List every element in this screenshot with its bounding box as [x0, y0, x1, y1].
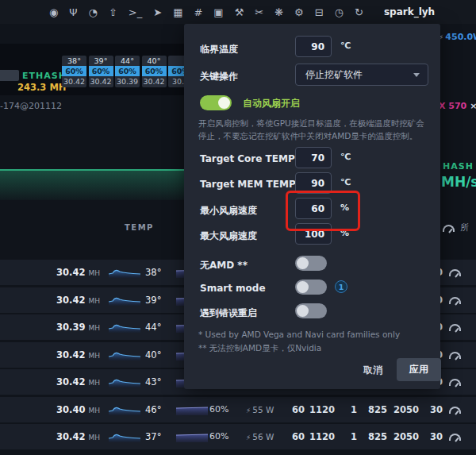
gpu-card-fan: 60% — [142, 66, 167, 76]
row-power: ⚡56 W — [246, 424, 274, 450]
autofan-toggle[interactable] — [200, 95, 232, 110]
no-amd-toggle[interactable] — [295, 256, 327, 271]
min-fan-speed-input[interactable] — [295, 198, 332, 219]
rocket-icon[interactable]: ➤ — [153, 7, 162, 17]
gpu-card-fan: 60% — [62, 66, 86, 76]
hashrate-sparkline — [109, 267, 140, 278]
autofan-settings-modal: 临界温度 ℃ 关键操作 停止挖矿软件 自动风扇开启 开启风扇控制，将使GPU接近… — [184, 24, 440, 389]
row-mem-load: 1120 — [309, 397, 333, 422]
upload-icon[interactable]: ⇧ — [109, 7, 117, 17]
topbar: ◉ Ψ ◔ ⇧ >_ ➤ ▦ # ▣ ⚒ ✂ ❋ ⚙ ⊟ ◷ ↻ spark_l… — [0, 0, 476, 24]
hammer-icon[interactable]: ⚒ — [235, 7, 244, 17]
row-power: ⚡55 W — [246, 397, 274, 423]
row-fan-percent: 60% — [209, 397, 228, 422]
minimize-icon[interactable]: ⊟ — [315, 7, 324, 17]
tools-icon[interactable]: ✂ — [255, 7, 263, 17]
action-select[interactable]: 停止挖矿软件 — [295, 64, 428, 86]
row-val6: 30 — [427, 424, 443, 449]
restart-on-error-label: 遇到错误重启 — [200, 307, 257, 320]
power-icon[interactable]: ◉ — [49, 7, 58, 17]
info-badge[interactable]: 1 — [335, 280, 347, 293]
gpu-card[interactable]: 39° 60% 30.42 — [89, 56, 113, 87]
row-mem-clock: 2050 — [392, 424, 419, 449]
hashrate-icon[interactable]: # — [194, 7, 202, 17]
timer-icon[interactable]: ◷ — [335, 7, 344, 17]
gpu-card-rate: 30.42 — [62, 76, 86, 87]
action-select-value: 停止挖矿软件 — [305, 69, 363, 80]
gauge-icon[interactable] — [449, 434, 461, 441]
row-temp: 46° — [145, 397, 161, 422]
critical-temp-label: 临界温度 — [200, 43, 238, 56]
max-fan-speed-label: 最大风扇速度 — [200, 229, 257, 243]
gpu-card-temp: 40° — [142, 56, 167, 66]
gauge-icon[interactable] — [449, 297, 461, 304]
row-mem-load: 1120 — [309, 424, 333, 449]
fan-sparkline — [176, 404, 208, 415]
gear-icon[interactable]: ⚙ — [294, 7, 304, 17]
footnote-2: ** 无法控制AMD显卡，仅Nvidia — [198, 343, 321, 354]
gpu-card-rate: 30.39 — [115, 76, 140, 87]
row-hashrate: 30.42 MH — [40, 342, 100, 368]
algo-label: ETHASH — [22, 71, 67, 81]
hashrate-sparkline — [109, 376, 140, 388]
percent-unit: % — [340, 202, 349, 213]
row-fan-percent: 60% — [209, 424, 228, 449]
gpu-card[interactable]: 38° 60% 30.42 — [62, 56, 86, 87]
max-fan-speed-input[interactable] — [295, 223, 332, 245]
apply-button[interactable]: 应用 — [397, 358, 441, 381]
refresh-icon[interactable]: ↻ — [355, 7, 363, 17]
shell-icon[interactable]: >_ — [129, 7, 142, 17]
hashrate-chart — [0, 169, 184, 200]
gpu-card-rate: 30.42 — [89, 76, 113, 87]
hashrate-sparkline — [109, 431, 140, 442]
hashrate-unit-fragment: MH/s — [441, 174, 476, 190]
hashrate-sparkline — [109, 295, 140, 306]
hashrate-sparkline — [109, 322, 140, 333]
restart-on-error-toggle[interactable] — [295, 303, 327, 318]
row-hashrate: 30.42 MH — [40, 369, 100, 395]
username[interactable]: spark_lyh — [384, 6, 435, 17]
gpu-card[interactable]: 40° 60% 30.42 — [142, 56, 167, 87]
row-core-load: 60 — [287, 424, 305, 449]
rig-selector-stub[interactable] — [0, 70, 19, 81]
celsius-unit: ℃ — [340, 40, 351, 51]
row-val3: 1 — [346, 424, 357, 449]
target-mem-temp-input[interactable] — [295, 172, 332, 194]
row-temp: 39° — [145, 287, 161, 313]
no-amd-label: 无AMD ** — [200, 259, 248, 272]
footnote-1: * Used by AMD Vega and Navi card familie… — [198, 330, 400, 339]
gauge-icon[interactable] — [449, 379, 461, 386]
splitter-icon[interactable]: Ψ — [69, 7, 77, 17]
row-val6: 30 — [427, 397, 443, 422]
gauge-icon — [443, 225, 455, 232]
action-label: 关键操作 — [200, 70, 238, 83]
gauge-icon[interactable] — [449, 407, 461, 414]
gauge-icon[interactable] — [449, 269, 461, 276]
console-icon[interactable]: ▣ — [213, 7, 223, 17]
row-core-clock: 825 — [363, 424, 387, 449]
gpu-card-temp: 38° — [62, 56, 86, 66]
network-card-icon[interactable]: ▦ — [173, 7, 182, 17]
gauge-icon[interactable] — [449, 324, 461, 331]
row-hashrate: 30.42 MH — [40, 424, 100, 450]
fan-icon[interactable]: ❋ — [274, 7, 283, 17]
row-hashrate: 30.42 MH — [40, 287, 100, 314]
gauge-icon[interactable] — [449, 352, 461, 359]
hashrate-sparkline — [109, 349, 140, 361]
row-core-load: 60 — [287, 397, 305, 422]
critical-temp-input[interactable] — [295, 36, 332, 57]
right-column-header: 所 — [460, 222, 469, 233]
autofan-description: 开启风扇控制，将使GPU接近目标温度，在极端温度时挖矿会停止，不要忘记在挖矿软件… — [198, 117, 430, 143]
autofan-label: 自动风扇开启 — [243, 97, 300, 110]
gpu-card-temp: 39° — [89, 56, 113, 66]
total-power: ⚡450.0W — [439, 32, 476, 42]
gpu-model-label: X 570 × 8 — [439, 101, 476, 111]
pie-chart-icon[interactable]: ◔ — [89, 7, 98, 17]
row-temp: 38° — [145, 260, 161, 285]
gpu-card[interactable]: 44° 60% 30.39 — [115, 56, 140, 87]
celsius-unit: ℃ — [340, 177, 351, 187]
cancel-button[interactable]: 取消 — [359, 363, 387, 378]
smart-mode-toggle[interactable] — [295, 280, 327, 295]
target-core-temp-input[interactable] — [295, 147, 332, 168]
algo-fragment: HASH — [443, 161, 474, 172]
